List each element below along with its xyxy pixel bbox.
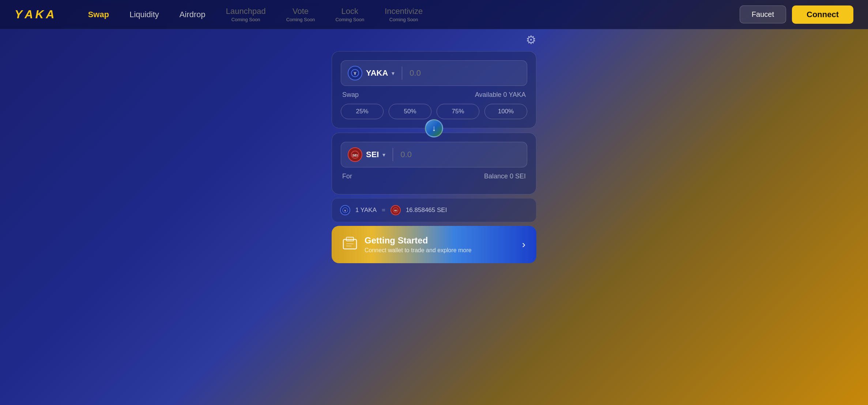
swap-container: ⚙ Y YAKA ▾ Swap Av <box>332 51 536 263</box>
percent-50-button[interactable]: 50% <box>389 104 431 119</box>
main-content: ⚙ Y YAKA ▾ Swap Av <box>0 29 868 263</box>
yaka-icon: Y <box>348 66 362 80</box>
navbar: YAKA Swap Liquidity Airdrop Launchpad Co… <box>0 0 868 29</box>
nav-item-launchpad: Launchpad Coming Soon <box>216 3 276 26</box>
input-divider <box>402 67 402 80</box>
svg-text:SEI: SEI <box>352 154 358 157</box>
rate-sei-icon: SEI <box>390 205 401 215</box>
percent-100-button[interactable]: 100% <box>484 104 527 119</box>
nav-item-swap[interactable]: Swap <box>78 6 119 23</box>
settings-icon[interactable]: ⚙ <box>526 33 536 47</box>
percent-buttons: 25% 50% 75% 100% <box>341 104 527 119</box>
nav-item-incentivize: Incentivize Coming Soon <box>374 3 433 26</box>
connect-button[interactable]: Connect <box>792 5 853 24</box>
to-token-selector[interactable]: SEI SEI ▾ <box>348 147 385 162</box>
from-token-selector[interactable]: Y YAKA ▾ <box>348 66 395 80</box>
logo: YAKA <box>15 8 56 21</box>
swap-direction-button[interactable]: ↓ <box>425 119 443 137</box>
from-token-chevron: ▾ <box>392 70 395 77</box>
rate-from-amount: 1 YAKA <box>355 207 377 214</box>
to-token-name: SEI <box>366 150 379 159</box>
getting-started-icon <box>343 236 357 253</box>
rate-to-amount: 16.858465 SEI <box>406 207 447 214</box>
to-amount-input[interactable] <box>400 150 520 159</box>
available-label: Available 0 YAKA <box>475 91 526 99</box>
svg-text:Y: Y <box>344 209 346 212</box>
from-token-row: Y YAKA ▾ <box>341 60 527 86</box>
to-token-row: SEI SEI ▾ <box>341 142 527 167</box>
swap-info-row: Swap Available 0 YAKA <box>341 91 527 99</box>
rate-card: Y 1 YAKA = SEI 16.858465 SEI <box>332 198 536 222</box>
from-token-name: YAKA <box>366 68 388 78</box>
getting-started-title: Getting Started <box>365 235 472 246</box>
svg-text:SEI: SEI <box>394 209 397 212</box>
getting-started-subtitle: Connect wallet to trade and explore more <box>365 247 472 254</box>
faucet-button[interactable]: Faucet <box>740 5 786 23</box>
from-card: Y YAKA ▾ Swap Available 0 YAKA 25% 50% 7… <box>332 51 536 128</box>
for-label: For <box>342 173 352 180</box>
to-input-divider <box>393 148 393 161</box>
to-info-row: For Balance 0 SEI <box>341 173 527 180</box>
nav-right: Faucet Connect <box>740 5 853 24</box>
swap-label: Swap <box>342 91 359 99</box>
getting-started-text: Getting Started Connect wallet to trade … <box>365 235 472 254</box>
svg-text:Y: Y <box>354 71 356 76</box>
rate-equal: = <box>382 207 385 214</box>
to-card: SEI SEI ▾ For Balance 0 SEI <box>332 133 536 194</box>
nav-items: Swap Liquidity Airdrop Launchpad Coming … <box>78 3 740 26</box>
getting-started-arrow-icon: › <box>522 239 525 250</box>
nav-item-liquidity[interactable]: Liquidity <box>119 6 169 23</box>
getting-started-left: Getting Started Connect wallet to trade … <box>343 235 472 254</box>
sei-icon: SEI <box>348 147 362 162</box>
from-amount-input[interactable] <box>410 68 520 78</box>
swap-arrow-icon: ↓ <box>432 124 436 133</box>
getting-started-card[interactable]: Getting Started Connect wallet to trade … <box>332 226 536 263</box>
nav-item-vote: Vote Coming Soon <box>276 3 325 26</box>
nav-item-airdrop[interactable]: Airdrop <box>169 6 216 23</box>
rate-yaka-icon: Y <box>340 205 350 215</box>
percent-25-button[interactable]: 25% <box>341 104 384 119</box>
balance-label: Balance 0 SEI <box>484 173 526 180</box>
nav-item-lock: Lock Coming Soon <box>325 3 374 26</box>
to-token-chevron: ▾ <box>382 151 385 158</box>
percent-75-button[interactable]: 75% <box>437 104 479 119</box>
